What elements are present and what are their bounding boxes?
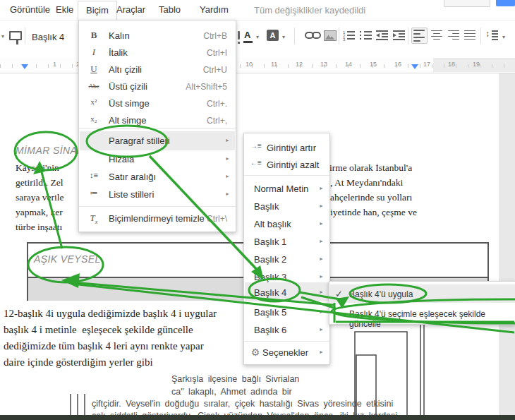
left-indent-marker[interactable] [21,64,28,69]
menu-item-girintiyi-azalt[interactable]: ←≡ Girintiyi azalt [244,157,329,173]
menu-item-baslik-3[interactable]: Başlık 3 ► [244,270,329,285]
menu-item-hizala[interactable]: Hizala ► [79,152,236,167]
line-spacing-caret[interactable]: ▾ [502,34,505,40]
menu-item-satir-araligi[interactable]: ↕≡ Satır aralığı ► [79,169,236,185]
right-indent-marker[interactable] [411,64,418,69]
align-right-icon[interactable] [447,29,459,41]
highlight-color-caret[interactable]: ▾ [282,34,285,40]
ruler[interactable]: 1 2 9 10 11 12 13 14 15 16 17 18 19 [0,58,515,73]
text-color-icon[interactable]: A [244,30,250,40]
menu-item-girintiyi-artir[interactable]: →≡ Girintiyi artır [244,140,329,156]
ruler-number: 11 [271,61,277,68]
submenu-arrow-icon: ► [319,186,324,191]
text-color-caret[interactable]: ▾ [256,34,259,40]
menu-item-alt-baslik[interactable]: Alt başlık ► [244,217,329,232]
indent-decrease-icon: ←≡ [248,159,264,167]
align-center-icon[interactable] [430,29,442,41]
ruler-number: 10 [246,61,253,68]
google-docs-window: MİMAR SİNAN Kayseri'nin getirildi. Zel s… [0,0,515,420]
align-left-icon[interactable] [411,28,428,44]
menu-item-liste-stilleri[interactable]: ≔ Liste stilleri ► [79,187,236,203]
menu-separator [244,175,329,176]
submenu-arrow-icon: ► [225,191,230,196]
format-menu: B Kalın Ctrl+B I İtalik Ctrl+I U Altı çi… [78,20,236,232]
list-styles-icon: ≔ [86,188,102,198]
submenu-arrow-icon: ► [319,274,324,279]
ruler-number: 12 [296,61,303,68]
underline-icon: U [86,64,102,75]
menu-item-secenekler[interactable]: ⚙ Seçenekler ► [244,345,329,361]
submenu-arrow-icon: ► [225,156,230,161]
link-icon[interactable] [305,32,320,39]
toolbar: ▾ Başlık 4 A ▾ A ▾ 123 [0,20,515,58]
indent-increase-icon: →≡ [248,142,264,150]
menu-item-baslik-5[interactable]: Başlık 5 ► [244,305,329,320]
partial-icon-dot [238,42,240,44]
submenu-arrow-icon: ► [225,174,230,179]
menu-item-baslik-2[interactable]: Başlık 2 ► [244,252,329,268]
outdent-icon[interactable] [376,30,388,40]
toolbar-separator [294,28,295,44]
menu-item-paragraf-stilleri[interactable]: Paragraf stilleri ► [79,133,236,149]
comments-button[interactable] [444,0,490,7]
ruler-number: 15 [370,61,377,68]
toolbar-caret[interactable]: ▾ [1,33,4,40]
image-icon[interactable] [324,30,337,41]
style-selector[interactable]: Başlık 4 [32,32,64,42]
submenu-arrow-icon: ► [319,221,324,226]
menubar: Görüntüle Ekle Biçim Araçlar Tablo Yardı… [0,0,515,20]
menu-item-ust-simge[interactable]: x² Üst simge Ctrl+. [79,96,236,112]
ruler-number: 14 [345,61,352,68]
menu-item-kalin[interactable]: B Kalın Ctrl+B [79,28,236,44]
indent-icon[interactable] [393,30,405,40]
line-spacing-icon[interactable]: ↕ [485,28,498,41]
menu-item-baslik-4[interactable]: Başlık 4 ► [244,285,329,301]
line-spacing-menu-icon: ↕≡ [86,171,102,179]
menu-araclar[interactable]: Araçlar [116,4,145,15]
align-justify-icon[interactable] [464,29,476,41]
menu-item-baslik4-guncelle[interactable]: Başlık 4'ü seçimle eşleşecek şekilde gün… [329,307,515,323]
menu-item-italik[interactable]: I İtalik Ctrl+I [79,45,236,61]
share-button[interactable] [496,0,515,6]
ruler-number: 18 [448,61,455,68]
submenu-arrow-icon: ► [319,256,324,261]
submenu-arrow-icon: ► [319,349,324,354]
toolbar-separator [339,28,339,44]
check-icon: ✓ [335,289,343,299]
subscript-icon: x₂ [86,114,102,123]
clear-formatting-icon: Tx [86,212,102,225]
menu-item-bicimlendirmeyi-temizle[interactable]: Tx Biçimlendirmeyi temizle Ctrl+\ [79,211,236,227]
menu-item-baslik-6[interactable]: Başlık 6 ► [244,323,329,338]
ruler-number: 16 [394,61,401,68]
menu-item-baslik[interactable]: Başlık ► [244,199,329,215]
menu-bicim[interactable]: Biçim [78,1,117,21]
menu-item-alti-cizili[interactable]: U Altı çizili Ctrl+U [79,62,236,78]
submenu-arrow-icon: ► [319,309,324,314]
italic-icon: I [86,47,102,58]
submenu-arrow-icon: ► [319,289,324,294]
menu-goruntule[interactable]: Görüntüle [10,4,50,15]
ruler-number: 1 [53,61,56,68]
superscript-icon: x² [86,97,102,106]
numbered-list-icon[interactable]: 123 [343,30,355,40]
menu-item-baslik4-uygula[interactable]: ✓ Başlık 4'ü uygula [329,287,515,303]
strikethrough-icon: Abc [86,83,102,90]
heading4-menu: ✓ Başlık 4'ü uygula Başlık 4'ü seçimle e… [329,281,515,325]
ruler-number: 17 [423,61,430,68]
ruler-number: 13 [320,61,327,68]
menu-yardim[interactable]: Yardım [200,4,229,15]
menu-item-alt-simge[interactable]: x₂ Alt simge Ctrl+, [79,113,236,128]
paint-format-icon[interactable] [9,31,22,40]
bottom-bar [0,415,515,420]
submenu-arrow-icon: ► [319,239,324,244]
menu-item-ustu-cizili[interactable]: Abc Üstü çizili Alt+Shift+5 [79,79,236,95]
bulleted-list-icon[interactable] [360,30,372,40]
menu-ekle[interactable]: Ekle [56,4,73,15]
submenu-arrow-icon: ► [319,203,324,208]
bold-icon: B [86,30,102,41]
menu-item-normal-metin[interactable]: Normal Metin ► [244,181,329,197]
paragraph-styles-menu: →≡ Girintiyi artır ←≡ Girintiyi azalt No… [243,133,330,365]
highlight-color-icon[interactable]: A [267,30,279,41]
menu-tablo[interactable]: Tablo [159,4,181,15]
menu-item-baslik-1[interactable]: Başlık 1 ► [244,234,329,250]
